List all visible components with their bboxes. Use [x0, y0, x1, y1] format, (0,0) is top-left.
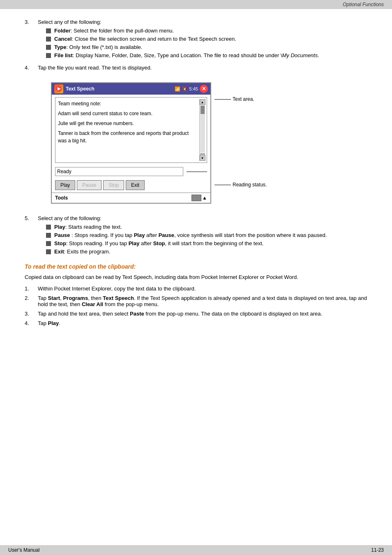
sub-item-cancel: Cancel: Close the file selection screen …	[38, 36, 367, 42]
bullet-icon	[46, 233, 51, 238]
cs2-text: Tap Start, Programs, then Text Speech. I…	[38, 295, 367, 307]
reading-status-label: Reading status.	[233, 182, 267, 188]
scrollbar[interactable]: ▲ ▼	[199, 99, 205, 161]
step-5-text: Select any of the following:	[38, 215, 101, 221]
play-desc: : Starts reading the text.	[65, 224, 122, 230]
title-bar-title: Text Speech	[66, 86, 95, 92]
title-bar: Text Speech 📶 🔇 5:45 ✕	[52, 83, 210, 95]
step-5-sublist: Play: Starts reading the text. Pause : S…	[38, 224, 367, 255]
signal-icon: 📶	[175, 86, 180, 92]
text-area-annotation: Text area.	[214, 96, 267, 102]
cs4-num: 4.	[25, 320, 38, 326]
text-area-container: Team meeting note: Adam will send curren…	[52, 95, 210, 165]
bullet-icon	[46, 241, 51, 246]
reading-status-annotation: Reading status.	[214, 182, 267, 188]
sub-item-folder: Folder: Select the folder from the pull-…	[38, 28, 367, 34]
header-label: Optional Functions	[343, 2, 384, 7]
type-desc: : Only text file (*.txt) is available.	[66, 44, 142, 50]
text-area-box[interactable]: Team meeting note: Adam will send curren…	[55, 97, 207, 163]
buttons-row: Play Pause Stop Exit	[52, 178, 210, 193]
bullet-icon	[46, 37, 51, 42]
clipboard-steps: 1. Within Pocket Internet Explorer, copy…	[25, 286, 367, 326]
step-3: 3. Select any of the following: Folder: …	[25, 19, 367, 60]
sub-item-filelist: File list: Display Name, Folder, Date, S…	[38, 52, 367, 58]
step-4-num: 4.	[25, 65, 38, 71]
exit-desc: : Exits the program.	[64, 248, 111, 255]
step-3-sublist: Folder: Select the folder from the pull-…	[38, 28, 367, 58]
cs3-text: Tap and hold the text area, then select …	[38, 311, 322, 317]
scroll-down-button[interactable]: ▼	[200, 155, 205, 161]
step-4-text: Tap the file you want read. The text is …	[38, 65, 152, 71]
folder-desc: : Select the folder from the pull-down m…	[71, 28, 174, 34]
cs2-num: 2.	[25, 295, 38, 301]
sub-item-pause: Pause : Stops reading. If you tap Play a…	[38, 232, 367, 238]
exit-button[interactable]: Exit	[126, 180, 145, 190]
bullet-icon	[46, 45, 51, 50]
bullet-icon	[46, 249, 51, 254]
bullet-icon	[46, 53, 51, 58]
folder-label: Folder	[54, 28, 71, 34]
page-footer: User's Manual 11-23	[0, 545, 392, 555]
status-value: Ready	[57, 169, 71, 174]
play-button[interactable]: Play	[55, 180, 75, 190]
footer-right: 11-23	[371, 547, 384, 553]
filelist-desc: : Display Name, Folder, Date, Size, Type…	[73, 52, 319, 58]
cancel-label: Cancel	[54, 36, 72, 42]
status-box: Ready	[55, 167, 183, 176]
annotations: Text area. Reading status.	[214, 77, 267, 188]
sub-item-play: Play: Starts reading the text.	[38, 224, 367, 230]
cs1-text: Within Pocket Internet Explorer, copy th…	[38, 286, 196, 292]
clipboard-step-1: 1. Within Pocket Internet Explorer, copy…	[25, 286, 367, 292]
volume-icon: 🔇	[182, 86, 188, 92]
clipboard-step-2: 2. Tap Start, Programs, then Text Speech…	[25, 295, 367, 307]
app-icon	[54, 84, 63, 93]
time-display: 5:45	[189, 86, 198, 91]
pause-button[interactable]: Pause	[77, 180, 101, 190]
footer-left: User's Manual	[8, 547, 39, 553]
clipboard-step-4: 4. Tap Play.	[25, 320, 367, 326]
cs1-num: 1.	[25, 286, 38, 292]
pause-label: Pause	[54, 232, 70, 238]
tools-arrow: ▲	[202, 195, 207, 201]
step-3-text: Select any of the following:	[38, 19, 101, 25]
text-area-content[interactable]: Team meeting note: Adam will send curren…	[57, 99, 199, 161]
clipboard-intro: Copied data on clipboard can be read by …	[25, 273, 367, 281]
cancel-desc: : Close the file selection screen and re…	[72, 36, 236, 42]
page-header: Optional Functions	[0, 0, 392, 9]
scroll-up-button[interactable]: ▲	[200, 99, 205, 105]
bullet-icon	[46, 225, 51, 230]
text-area-label: Text area.	[233, 96, 254, 102]
stop-desc: : Stops reading. If you tap Play after S…	[66, 240, 264, 246]
step-5-num: 5.	[25, 215, 38, 221]
step-5: 5. Select any of the following: Play: St…	[25, 215, 367, 257]
cs4-text: Tap Play.	[38, 320, 60, 326]
sub-item-type: Type: Only text file (*.txt) is availabl…	[38, 44, 367, 50]
status-line	[187, 172, 207, 172]
filelist-label: File list	[54, 52, 73, 58]
tools-label: Tools	[55, 195, 68, 201]
bullet-icon	[46, 28, 51, 33]
stop-button[interactable]: Stop	[103, 180, 124, 190]
step-3-num: 3.	[25, 19, 38, 25]
step-4: 4. Tap the file you want read. The text …	[25, 65, 367, 71]
sub-item-stop: Stop: Stops reading. If you tap Play aft…	[38, 240, 367, 246]
type-label: Type	[54, 44, 66, 50]
stop-label: Stop	[54, 240, 66, 246]
sub-item-exit: Exit: Exits the program.	[38, 248, 367, 255]
pause-desc: : Stops reading. If you tap Play after P…	[70, 232, 327, 238]
clipboard-step-3: 3. Tap and hold the text area, then sele…	[25, 311, 367, 317]
play-label: Play	[54, 224, 65, 230]
status-container: Ready	[52, 165, 210, 178]
tools-bar: Tools ▲	[52, 193, 210, 203]
clipboard-heading: To read the text copied on the clipboard…	[25, 263, 367, 270]
cs3-num: 3.	[25, 311, 38, 317]
device-screenshot: Text Speech 📶 🔇 5:45 ✕ Team meeting note…	[51, 82, 211, 204]
keyboard-icon[interactable]	[191, 195, 201, 201]
close-button[interactable]: ✕	[200, 85, 208, 93]
exit-label: Exit	[54, 248, 64, 255]
